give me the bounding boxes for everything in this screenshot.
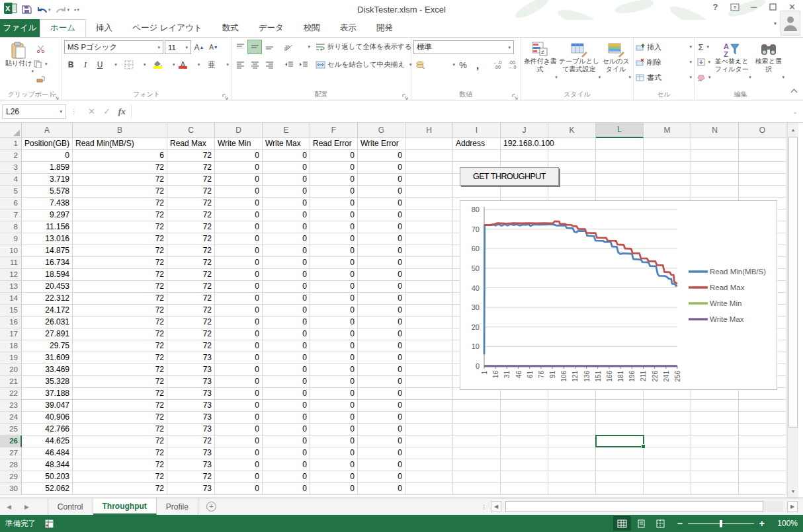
hscroll-left-icon[interactable]: ◀ bbox=[491, 501, 501, 512]
cell-F17[interactable]: 0 bbox=[310, 328, 358, 340]
clear-button[interactable]: ▾ bbox=[697, 71, 711, 84]
cell-C21[interactable]: 73 bbox=[167, 376, 215, 388]
horizontal-scrollbar[interactable] bbox=[505, 501, 783, 512]
collapse-ribbon-button[interactable] bbox=[790, 84, 798, 96]
cell-G22[interactable]: 0 bbox=[358, 388, 405, 400]
fill-color-caret-icon[interactable]: ▾ bbox=[170, 62, 175, 67]
cell-C13[interactable]: 72 bbox=[167, 281, 215, 293]
increase-decimal-button[interactable]: ←.0.00 bbox=[491, 58, 504, 71]
cell-B27[interactable]: 72 bbox=[73, 447, 167, 459]
cell-A7[interactable]: 9.297 bbox=[22, 209, 73, 221]
orientation-button[interactable]: ab bbox=[282, 40, 296, 54]
cell-A2[interactable]: 0 bbox=[22, 150, 73, 162]
cell-B12[interactable]: 72 bbox=[73, 269, 167, 281]
cell-D6[interactable]: 0 bbox=[215, 198, 263, 209]
cell-H16[interactable] bbox=[405, 317, 453, 328]
cell-F13[interactable]: 0 bbox=[310, 281, 358, 293]
cell-J29[interactable] bbox=[501, 471, 548, 483]
cell-D13[interactable]: 0 bbox=[215, 281, 263, 293]
cell-J23[interactable] bbox=[501, 400, 548, 412]
cell-O4[interactable] bbox=[739, 174, 786, 186]
cell-J30[interactable] bbox=[501, 483, 548, 495]
cell-C9[interactable]: 72 bbox=[167, 233, 215, 245]
font-dialog-launcher[interactable] bbox=[222, 91, 229, 98]
row-header-16[interactable]: 16 bbox=[0, 317, 22, 328]
cell-J28[interactable] bbox=[501, 459, 548, 471]
cell-B3[interactable]: 72 bbox=[73, 162, 167, 174]
ribbon-tab-6[interactable]: 表示 bbox=[330, 19, 366, 37]
cell-G14[interactable]: 0 bbox=[358, 293, 405, 305]
macro-record-icon[interactable] bbox=[45, 519, 54, 528]
view-normal-button[interactable] bbox=[613, 516, 631, 531]
cell-H30[interactable] bbox=[405, 483, 453, 495]
cancel-entry-icon[interactable]: ✕ bbox=[88, 106, 95, 116]
scroll-down-icon[interactable]: ▼ bbox=[788, 484, 798, 498]
cell-G12[interactable]: 0 bbox=[358, 269, 405, 281]
cell-E9[interactable]: 0 bbox=[263, 233, 310, 245]
cell-I2[interactable] bbox=[453, 150, 501, 162]
cell-E12[interactable]: 0 bbox=[263, 269, 310, 281]
cell-G17[interactable]: 0 bbox=[358, 328, 405, 340]
cell-F28[interactable]: 0 bbox=[310, 459, 358, 471]
cell-C24[interactable]: 73 bbox=[167, 412, 215, 424]
cell-F18[interactable]: 0 bbox=[310, 340, 358, 352]
cell-B22[interactable]: 72 bbox=[73, 388, 167, 400]
cell-M2[interactable] bbox=[644, 150, 691, 162]
ribbon-tab-1[interactable]: 挿入 bbox=[86, 19, 122, 37]
cell-F3[interactable]: 0 bbox=[310, 162, 358, 174]
cell-H15[interactable] bbox=[405, 305, 453, 317]
cell-B14[interactable]: 72 bbox=[73, 293, 167, 305]
cell-A1[interactable]: Position(GB) bbox=[22, 138, 73, 150]
sheet-nav-right-icon[interactable]: ▶ bbox=[18, 498, 36, 515]
cell-A10[interactable]: 14.875 bbox=[22, 245, 73, 257]
select-all-corner[interactable] bbox=[0, 123, 22, 138]
cell-H29[interactable] bbox=[405, 471, 453, 483]
cell-E20[interactable]: 0 bbox=[263, 364, 310, 376]
cell-E7[interactable]: 0 bbox=[263, 209, 310, 221]
cell-K25[interactable] bbox=[548, 424, 596, 436]
cell-D3[interactable]: 0 bbox=[215, 162, 263, 174]
avatar[interactable] bbox=[781, 11, 800, 36]
find-select-button[interactable]: 検索と選択▾ bbox=[753, 40, 784, 84]
cell-B8[interactable]: 72 bbox=[73, 221, 167, 233]
cell-D4[interactable]: 0 bbox=[215, 174, 263, 186]
row-header-11[interactable]: 11 bbox=[0, 257, 22, 269]
cell-H21[interactable] bbox=[405, 376, 453, 388]
cell-C11[interactable]: 72 bbox=[167, 257, 215, 269]
cell-G26[interactable]: 0 bbox=[358, 436, 405, 447]
column-header-K[interactable]: K bbox=[548, 123, 596, 138]
cell-N2[interactable] bbox=[691, 150, 739, 162]
cell-G23[interactable]: 0 bbox=[358, 400, 405, 412]
cell-E28[interactable]: 0 bbox=[263, 459, 310, 471]
column-header-J[interactable]: J bbox=[501, 123, 548, 138]
cell-A27[interactable]: 46.484 bbox=[22, 447, 73, 459]
hscroll-right-icon[interactable]: ▶ bbox=[787, 501, 798, 512]
cell-K1[interactable] bbox=[548, 138, 596, 150]
cell-F27[interactable]: 0 bbox=[310, 447, 358, 459]
cell-E4[interactable]: 0 bbox=[263, 174, 310, 186]
cell-B28[interactable]: 72 bbox=[73, 459, 167, 471]
row-header-10[interactable]: 10 bbox=[0, 245, 22, 257]
new-sheet-button[interactable]: + bbox=[206, 502, 216, 512]
cell-F26[interactable]: 0 bbox=[310, 436, 358, 447]
align-left-button[interactable] bbox=[233, 58, 247, 71]
cell-B17[interactable]: 72 bbox=[73, 328, 167, 340]
cell-F14[interactable]: 0 bbox=[310, 293, 358, 305]
file-tab[interactable]: ファイル bbox=[0, 19, 40, 37]
cell-L24[interactable] bbox=[596, 412, 644, 424]
cell-K23[interactable] bbox=[548, 400, 596, 412]
cell-E30[interactable]: 0 bbox=[263, 483, 310, 495]
row-header-13[interactable]: 13 bbox=[0, 281, 22, 293]
cell-H24[interactable] bbox=[405, 412, 453, 424]
row-header-7[interactable]: 7 bbox=[0, 209, 22, 221]
fill-button[interactable]: ▾ bbox=[697, 56, 711, 69]
cell-G27[interactable]: 0 bbox=[358, 447, 405, 459]
view-page-layout-button[interactable] bbox=[632, 516, 650, 531]
cell-D10[interactable]: 0 bbox=[215, 245, 263, 257]
column-header-B[interactable]: B bbox=[73, 123, 167, 138]
cell-C28[interactable]: 73 bbox=[167, 459, 215, 471]
column-header-H[interactable]: H bbox=[405, 123, 453, 138]
sheet-nav-left-icon[interactable]: ◀ bbox=[0, 498, 18, 515]
cell-D28[interactable]: 0 bbox=[215, 459, 263, 471]
cell-D5[interactable]: 0 bbox=[215, 186, 263, 198]
